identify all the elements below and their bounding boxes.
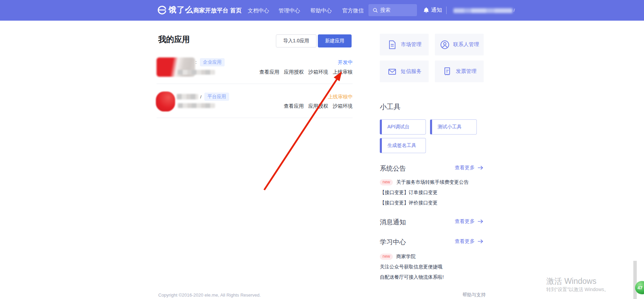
app2-auth-link[interactable]: 应用授权 [308, 103, 328, 109]
new-badge: new [380, 179, 393, 185]
app2-type-tag: 平台应用 [204, 93, 229, 101]
api-debugger-button[interactable]: API调试台 [380, 119, 426, 135]
announcements-title: 系统公告 [380, 164, 406, 173]
mail-icon [387, 66, 397, 77]
floating-ball-count: 47 [637, 285, 642, 290]
announcement-item[interactable]: 【接口变更】评价接口变更 [380, 200, 438, 206]
card-invoice-management[interactable]: 发票管理 [435, 61, 484, 82]
signature-tool-button[interactable]: 生成签名工具 [380, 138, 426, 153]
create-app-button[interactable]: 新建应用 [318, 34, 352, 47]
card-label: 短信服务 [401, 68, 421, 75]
app1-auth-link[interactable]: 应用授权 [284, 69, 304, 75]
search-input[interactable]: 搜索 [368, 4, 417, 16]
app1-actions: 查看应用 应用授权 沙箱环境 上线审核 [218, 69, 353, 75]
more-label: 查看更多 [455, 238, 475, 245]
copyright-text: Copyright ©2016-2020 ele.me, All Rights … [158, 292, 261, 298]
top-navbar: 饿了么 • 商家开放平台 首页 文档中心 管理中心 帮助中心 官方微信 搜索 通… [0, 0, 644, 21]
nav-item-docs[interactable]: 文档中心 [248, 7, 269, 14]
nav-dot-separator: • [185, 6, 187, 13]
app2-view-link[interactable]: 查看应用 [284, 103, 304, 109]
card-market-management[interactable]: 市场管理 [380, 34, 429, 55]
app2-sandbox-link[interactable]: 沙箱环境 [333, 103, 353, 109]
search-icon [373, 8, 378, 13]
tools-section-title: 小工具 [380, 102, 400, 111]
nav-item-admin[interactable]: 管理中心 [279, 7, 300, 14]
app1-view-link[interactable]: 查看应用 [259, 69, 279, 75]
card-label: 市场管理 [401, 41, 421, 48]
card-contact-management[interactable]: 联系人管理 [435, 34, 484, 55]
windows-activation-watermark: 激活 Windows [546, 276, 597, 287]
learning-more-link[interactable]: 查看更多 [455, 238, 483, 245]
elm-logo-icon [157, 5, 167, 15]
nav-item-wechat[interactable]: 官方微信 [342, 7, 364, 14]
app2-status-badge: 上线审核中 [328, 94, 353, 100]
nav-brand-home[interactable]: 商家开放平台 首页 [193, 7, 242, 14]
bell-icon [423, 7, 429, 13]
app1-name-suffix: : [195, 60, 197, 65]
logo-text: 饿了么 [169, 4, 193, 15]
app2-name-redacted [177, 94, 198, 99]
notification-label: 通知 [431, 7, 442, 14]
app1-launch-review-link[interactable]: 上线审核 [333, 69, 353, 75]
app1-sandbox-link[interactable]: 沙箱环境 [308, 69, 328, 75]
more-label: 查看更多 [455, 164, 475, 171]
announcement-text: 【接口变更】订单接口变更 [380, 190, 438, 196]
card-label: 发票管理 [456, 68, 476, 75]
row-divider [157, 118, 353, 118]
page: 饿了么 • 商家开放平台 首页 文档中心 管理中心 帮助中心 官方微信 搜索 通… [0, 0, 644, 299]
document-icon [387, 40, 397, 50]
learning-text: 商家学院 [396, 254, 416, 260]
app2-name-suffix: / [200, 94, 202, 99]
app1-appid-redacted [178, 70, 215, 75]
app2-logo-redacted [156, 92, 175, 111]
app1-status-badge: 开发中 [338, 59, 353, 66]
contacts-icon [440, 40, 450, 50]
nav-item-help[interactable]: 帮助中心 [310, 7, 332, 14]
notification-button[interactable]: 通知 [423, 7, 442, 14]
import-v1-app-button[interactable]: 导入1.0应用 [276, 34, 316, 47]
user-name-redacted[interactable] [453, 8, 513, 13]
announcement-text: 关于服务市场转账手续费变更公告 [396, 179, 469, 185]
app2-appid-redacted [178, 103, 215, 108]
arrow-right-icon [477, 219, 483, 224]
arrow-right-icon [477, 239, 483, 244]
learning-text: 自配送餐厅可接入物流体系啦! [380, 274, 444, 280]
announcement-item[interactable]: new 关于服务市场转账手续费变更公告 [380, 179, 469, 185]
help-support-link[interactable]: 帮助与支持 [462, 292, 486, 298]
card-label: 联系人管理 [453, 41, 479, 48]
invoice-icon [442, 66, 452, 77]
search-placeholder: 搜索 [380, 7, 390, 13]
nav-divider [446, 7, 447, 14]
learning-title: 学习中心 [380, 238, 406, 247]
elm-logo[interactable]: 饿了么 [157, 4, 193, 15]
announcements-more-link[interactable]: 查看更多 [455, 164, 483, 171]
announcement-text: 【接口变更】评价接口变更 [380, 200, 438, 206]
more-label: 查看更多 [455, 218, 475, 225]
test-tools-button[interactable]: 测试小工具 [430, 119, 477, 135]
app1-type-tag: 企业应用 [200, 58, 225, 66]
windows-activation-watermark-sub: 转到“设置”以激活 Windows。 [546, 287, 609, 293]
learning-item[interactable]: 自配送餐厅可接入物流体系啦! [380, 274, 444, 280]
card-sms-service[interactable]: 短信服务 [380, 61, 429, 82]
announcement-item[interactable]: 【接口变更】订单接口变更 [380, 190, 438, 196]
row-divider [157, 84, 353, 84]
scrollbar-edge-strip[interactable] [633, 261, 637, 299]
user-edit-mark: / [514, 8, 515, 13]
page-title: 我的应用 [158, 34, 190, 45]
messages-more-link[interactable]: 查看更多 [455, 218, 483, 225]
messages-title: 消息通知 [380, 218, 406, 227]
learning-item[interactable]: 关注公众号获取信息更便捷哦 [380, 264, 442, 270]
learning-item[interactable]: new 商家学院 [380, 254, 416, 260]
arrow-right-icon [477, 165, 483, 170]
new-badge: new [380, 254, 393, 259]
learning-text: 关注公众号获取信息更便捷哦 [380, 264, 442, 270]
app2-actions: 查看应用 应用授权 沙箱环境 [218, 103, 353, 109]
